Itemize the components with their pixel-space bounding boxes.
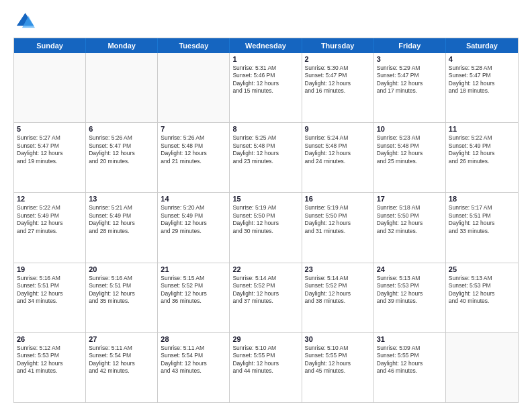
day-number: 21 <box>161 265 226 273</box>
calendar-cell-3-1: 20Sunrise: 5:16 AM Sunset: 5:51 PM Dayli… <box>86 263 158 332</box>
day-number: 9 <box>305 125 371 133</box>
day-info: Sunrise: 5:22 AM Sunset: 5:49 PM Dayligh… <box>17 204 83 235</box>
day-info: Sunrise: 5:23 AM Sunset: 5:48 PM Dayligh… <box>377 134 443 165</box>
calendar-cell-2-3: 15Sunrise: 5:19 AM Sunset: 5:50 PM Dayli… <box>230 193 302 262</box>
day-number: 29 <box>232 335 298 343</box>
calendar-cell-0-0 <box>14 53 86 122</box>
day-info: Sunrise: 5:12 AM Sunset: 5:53 PM Dayligh… <box>17 345 83 375</box>
day-number: 8 <box>232 125 298 133</box>
day-number: 12 <box>17 195 83 203</box>
day-number: 13 <box>89 195 154 203</box>
day-info: Sunrise: 5:17 AM Sunset: 5:51 PM Dayligh… <box>449 204 515 235</box>
day-info: Sunrise: 5:31 AM Sunset: 5:46 PM Dayligh… <box>232 64 298 95</box>
logo-icon <box>13 11 35 32</box>
day-info: Sunrise: 5:29 AM Sunset: 5:47 PM Dayligh… <box>377 64 443 95</box>
calendar-cell-3-2: 21Sunrise: 5:15 AM Sunset: 5:52 PM Dayli… <box>158 263 230 332</box>
day-number: 15 <box>232 195 298 203</box>
calendar-cell-3-4: 23Sunrise: 5:14 AM Sunset: 5:52 PM Dayli… <box>302 263 374 332</box>
day-number: 31 <box>377 335 443 343</box>
day-info: Sunrise: 5:13 AM Sunset: 5:53 PM Dayligh… <box>377 275 443 306</box>
day-info: Sunrise: 5:19 AM Sunset: 5:50 PM Dayligh… <box>232 204 298 235</box>
day-info: Sunrise: 5:24 AM Sunset: 5:48 PM Dayligh… <box>305 134 371 165</box>
calendar-cell-0-1 <box>86 53 158 122</box>
calendar-cell-0-6: 4Sunrise: 5:28 AM Sunset: 5:47 PM Daylig… <box>446 53 518 122</box>
calendar-cell-2-5: 17Sunrise: 5:18 AM Sunset: 5:50 PM Dayli… <box>374 193 446 262</box>
header <box>13 11 519 32</box>
header-day-friday: Friday <box>374 38 446 53</box>
day-number: 4 <box>449 55 515 63</box>
calendar-cell-2-2: 14Sunrise: 5:20 AM Sunset: 5:49 PM Dayli… <box>158 193 230 262</box>
day-number: 11 <box>449 125 515 133</box>
day-info: Sunrise: 5:14 AM Sunset: 5:52 PM Dayligh… <box>305 275 371 306</box>
day-number: 19 <box>17 265 83 273</box>
day-info: Sunrise: 5:09 AM Sunset: 5:55 PM Dayligh… <box>377 345 443 375</box>
day-number: 3 <box>377 55 443 63</box>
calendar-row-1: 5Sunrise: 5:27 AM Sunset: 5:47 PM Daylig… <box>14 122 518 192</box>
header-day-saturday: Saturday <box>446 38 518 53</box>
calendar-cell-2-1: 13Sunrise: 5:21 AM Sunset: 5:49 PM Dayli… <box>86 193 158 262</box>
day-number: 27 <box>89 335 154 343</box>
calendar-cell-1-1: 6Sunrise: 5:26 AM Sunset: 5:47 PM Daylig… <box>86 123 158 192</box>
calendar-cell-2-6: 18Sunrise: 5:17 AM Sunset: 5:51 PM Dayli… <box>446 193 518 262</box>
day-info: Sunrise: 5:16 AM Sunset: 5:51 PM Dayligh… <box>17 275 83 306</box>
calendar-cell-1-5: 10Sunrise: 5:23 AM Sunset: 5:48 PM Dayli… <box>374 123 446 192</box>
day-number: 5 <box>17 125 83 133</box>
calendar-row-0: 1Sunrise: 5:31 AM Sunset: 5:46 PM Daylig… <box>14 53 518 122</box>
calendar-cell-4-6 <box>446 333 518 402</box>
day-number: 14 <box>161 195 226 203</box>
day-info: Sunrise: 5:18 AM Sunset: 5:50 PM Dayligh… <box>377 204 443 235</box>
calendar-cell-3-0: 19Sunrise: 5:16 AM Sunset: 5:51 PM Dayli… <box>14 263 86 332</box>
calendar-cell-4-2: 28Sunrise: 5:11 AM Sunset: 5:54 PM Dayli… <box>158 333 230 402</box>
calendar-cell-0-4: 2Sunrise: 5:30 AM Sunset: 5:47 PM Daylig… <box>302 53 374 122</box>
header-day-thursday: Thursday <box>302 38 374 53</box>
calendar-body: 1Sunrise: 5:31 AM Sunset: 5:46 PM Daylig… <box>14 53 518 402</box>
day-number: 7 <box>161 125 226 133</box>
calendar-cell-0-2 <box>158 53 230 122</box>
day-number: 16 <box>305 195 371 203</box>
day-info: Sunrise: 5:16 AM Sunset: 5:51 PM Dayligh… <box>89 275 154 306</box>
calendar-row-4: 26Sunrise: 5:12 AM Sunset: 5:53 PM Dayli… <box>14 332 518 402</box>
day-info: Sunrise: 5:20 AM Sunset: 5:49 PM Dayligh… <box>161 204 226 235</box>
calendar-cell-4-0: 26Sunrise: 5:12 AM Sunset: 5:53 PM Dayli… <box>14 333 86 402</box>
day-info: Sunrise: 5:28 AM Sunset: 5:47 PM Dayligh… <box>449 64 515 95</box>
day-info: Sunrise: 5:11 AM Sunset: 5:54 PM Dayligh… <box>161 345 226 375</box>
day-number: 26 <box>17 335 83 343</box>
day-info: Sunrise: 5:21 AM Sunset: 5:49 PM Dayligh… <box>89 204 154 235</box>
day-number: 6 <box>89 125 154 133</box>
calendar-cell-2-0: 12Sunrise: 5:22 AM Sunset: 5:49 PM Dayli… <box>14 193 86 262</box>
header-day-monday: Monday <box>86 38 158 53</box>
calendar-cell-4-4: 30Sunrise: 5:10 AM Sunset: 5:55 PM Dayli… <box>302 333 374 402</box>
day-number: 20 <box>89 265 154 273</box>
calendar-cell-4-3: 29Sunrise: 5:10 AM Sunset: 5:55 PM Dayli… <box>230 333 302 402</box>
day-info: Sunrise: 5:19 AM Sunset: 5:50 PM Dayligh… <box>305 204 371 235</box>
header-day-sunday: Sunday <box>14 38 86 53</box>
day-number: 22 <box>232 265 298 273</box>
day-number: 1 <box>232 55 298 63</box>
day-info: Sunrise: 5:27 AM Sunset: 5:47 PM Dayligh… <box>17 134 83 165</box>
calendar-cell-2-4: 16Sunrise: 5:19 AM Sunset: 5:50 PM Dayli… <box>302 193 374 262</box>
day-info: Sunrise: 5:13 AM Sunset: 5:53 PM Dayligh… <box>449 275 515 306</box>
calendar-cell-1-6: 11Sunrise: 5:22 AM Sunset: 5:49 PM Dayli… <box>446 123 518 192</box>
calendar-cell-1-3: 8Sunrise: 5:25 AM Sunset: 5:48 PM Daylig… <box>230 123 302 192</box>
day-info: Sunrise: 5:14 AM Sunset: 5:52 PM Dayligh… <box>232 275 298 306</box>
calendar-cell-3-5: 24Sunrise: 5:13 AM Sunset: 5:53 PM Dayli… <box>374 263 446 332</box>
calendar-row-2: 12Sunrise: 5:22 AM Sunset: 5:49 PM Dayli… <box>14 192 518 262</box>
calendar-cell-1-0: 5Sunrise: 5:27 AM Sunset: 5:47 PM Daylig… <box>14 123 86 192</box>
day-number: 2 <box>305 55 371 63</box>
day-info: Sunrise: 5:11 AM Sunset: 5:54 PM Dayligh… <box>89 345 154 375</box>
day-info: Sunrise: 5:26 AM Sunset: 5:47 PM Dayligh… <box>89 134 154 165</box>
day-info: Sunrise: 5:10 AM Sunset: 5:55 PM Dayligh… <box>232 345 298 375</box>
day-info: Sunrise: 5:30 AM Sunset: 5:47 PM Dayligh… <box>305 64 371 95</box>
day-number: 18 <box>449 195 515 203</box>
calendar-cell-1-2: 7Sunrise: 5:26 AM Sunset: 5:48 PM Daylig… <box>158 123 230 192</box>
day-info: Sunrise: 5:10 AM Sunset: 5:55 PM Dayligh… <box>305 345 371 375</box>
calendar-cell-0-5: 3Sunrise: 5:29 AM Sunset: 5:47 PM Daylig… <box>374 53 446 122</box>
day-number: 17 <box>377 195 443 203</box>
logo <box>13 11 38 32</box>
day-info: Sunrise: 5:26 AM Sunset: 5:48 PM Dayligh… <box>161 134 226 165</box>
day-number: 30 <box>305 335 371 343</box>
calendar-cell-3-6: 25Sunrise: 5:13 AM Sunset: 5:53 PM Dayli… <box>446 263 518 332</box>
day-info: Sunrise: 5:22 AM Sunset: 5:49 PM Dayligh… <box>449 134 515 165</box>
page: SundayMondayTuesdayWednesdayThursdayFrid… <box>0 0 532 411</box>
calendar-cell-4-1: 27Sunrise: 5:11 AM Sunset: 5:54 PM Dayli… <box>86 333 158 402</box>
